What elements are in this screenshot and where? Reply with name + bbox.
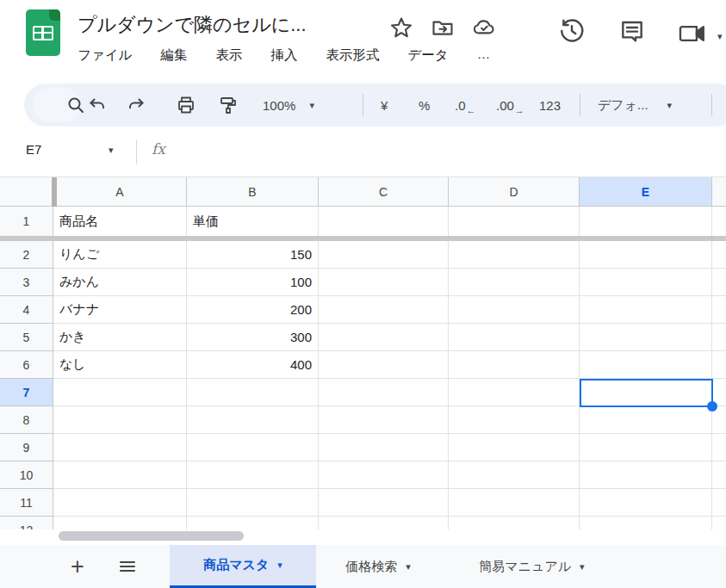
menu-insert[interactable]: 挿入 bbox=[270, 46, 297, 65]
cell-e5[interactable] bbox=[580, 324, 712, 351]
row-header-1[interactable]: 1 bbox=[0, 207, 53, 236]
cell-e11[interactable] bbox=[580, 489, 712, 517]
row-header-3[interactable]: 3 bbox=[0, 269, 53, 296]
tab-caret-icon[interactable]: ▾ bbox=[277, 560, 282, 571]
version-history-icon[interactable] bbox=[558, 17, 586, 45]
cell-d2[interactable] bbox=[449, 241, 580, 269]
paint-format-icon[interactable] bbox=[218, 95, 239, 115]
column-header-a[interactable]: A bbox=[53, 177, 187, 207]
cell-d5[interactable] bbox=[449, 324, 580, 351]
cell-f4[interactable] bbox=[712, 296, 726, 324]
undo-icon[interactable] bbox=[87, 95, 108, 115]
cell-a12[interactable] bbox=[53, 517, 187, 529]
cell-c12[interactable] bbox=[319, 517, 449, 529]
cloud-status-icon[interactable] bbox=[472, 15, 496, 40]
cell-c8[interactable] bbox=[319, 406, 449, 434]
cell-c4[interactable] bbox=[319, 296, 449, 324]
currency-format-button[interactable]: ¥ bbox=[381, 98, 388, 113]
cell-e9[interactable] bbox=[580, 434, 712, 461]
cell-d7[interactable] bbox=[449, 379, 580, 406]
zoom-select[interactable]: 100% ▾ bbox=[263, 98, 314, 113]
cell-a9[interactable] bbox=[53, 434, 187, 461]
cell-a2[interactable]: りんご bbox=[53, 241, 187, 269]
cell-e4[interactable] bbox=[580, 296, 712, 324]
cell-d10[interactable] bbox=[449, 461, 580, 489]
cell-a5[interactable]: かき bbox=[53, 324, 187, 351]
move-folder-icon[interactable] bbox=[431, 15, 455, 40]
cell-b6[interactable]: 400 bbox=[187, 351, 319, 379]
sheet-tab-shohin-master[interactable]: 商品マスタ ▾ bbox=[170, 545, 316, 588]
row-header-7[interactable]: 7 bbox=[0, 379, 53, 406]
cell-b7[interactable] bbox=[187, 379, 319, 406]
row-header-6[interactable]: 6 bbox=[0, 351, 53, 379]
menu-edit[interactable]: 編集 bbox=[160, 46, 187, 65]
cell-a1[interactable]: 商品名 bbox=[53, 207, 187, 236]
cell-f1[interactable] bbox=[712, 207, 726, 236]
cell-b4[interactable]: 200 bbox=[187, 296, 319, 324]
formula-input[interactable] bbox=[181, 140, 698, 164]
cell-d8[interactable] bbox=[449, 406, 580, 434]
cell-b9[interactable] bbox=[187, 434, 319, 461]
sheets-logo-icon[interactable] bbox=[26, 9, 60, 56]
menu-file[interactable]: ファイル bbox=[78, 46, 132, 65]
meet-video-icon[interactable] bbox=[679, 21, 708, 46]
column-header-f-partial[interactable] bbox=[712, 177, 726, 207]
cell-e12[interactable] bbox=[580, 517, 712, 529]
document-title[interactable]: プルダウンで隣のセルに... bbox=[78, 12, 307, 38]
cell-c11[interactable] bbox=[319, 489, 449, 517]
cell-f3[interactable] bbox=[712, 269, 726, 296]
cell-c6[interactable] bbox=[319, 351, 449, 379]
cell-c2[interactable] bbox=[319, 241, 449, 269]
cell-f5[interactable] bbox=[712, 324, 726, 351]
fill-handle[interactable] bbox=[707, 401, 717, 412]
cell-d1[interactable] bbox=[449, 207, 580, 236]
cell-b2[interactable]: 150 bbox=[187, 241, 319, 269]
meet-dropdown-caret[interactable]: ▾ bbox=[717, 28, 726, 52]
tab-caret-icon[interactable]: ▾ bbox=[406, 561, 411, 573]
cell-c9[interactable] bbox=[319, 434, 449, 461]
font-style-select[interactable]: デフォ... ▾ bbox=[598, 97, 672, 114]
cell-c3[interactable] bbox=[319, 269, 449, 296]
menu-format[interactable]: 表示形式 bbox=[326, 46, 379, 65]
menu-data[interactable]: データ bbox=[407, 46, 448, 65]
select-all-corner[interactable] bbox=[0, 177, 53, 207]
cell-b8[interactable] bbox=[187, 406, 319, 434]
decrease-decimal-button[interactable]: .0 ← bbox=[455, 98, 475, 113]
row-header-10[interactable]: 10 bbox=[0, 461, 53, 489]
number-format-button[interactable]: 123 bbox=[539, 98, 561, 113]
name-box[interactable]: E7 bbox=[26, 142, 41, 157]
cell-c10[interactable] bbox=[319, 461, 449, 489]
row-header-4[interactable]: 4 bbox=[0, 296, 53, 324]
redo-icon[interactable] bbox=[126, 95, 146, 115]
row-header-8[interactable]: 8 bbox=[0, 406, 53, 434]
frozen-column-handle[interactable] bbox=[52, 177, 57, 207]
cell-a4[interactable]: バナナ bbox=[53, 296, 187, 324]
column-header-c[interactable]: C bbox=[319, 177, 449, 207]
sheet-tab-kani-manual[interactable]: 簡易マニュアル ▾ bbox=[444, 545, 620, 588]
cell-c1[interactable] bbox=[319, 207, 449, 236]
row-header-12[interactable]: 12 bbox=[0, 517, 53, 529]
row-header-2[interactable]: 2 bbox=[0, 241, 53, 269]
cell-d4[interactable] bbox=[449, 296, 580, 324]
cell-e6[interactable] bbox=[580, 351, 712, 379]
cell-e8[interactable] bbox=[580, 406, 712, 434]
all-sheets-menu-icon[interactable] bbox=[112, 545, 143, 588]
cell-b1[interactable]: 単価 bbox=[187, 207, 319, 236]
add-sheet-button[interactable]: + bbox=[62, 545, 93, 588]
cell-a11[interactable] bbox=[53, 489, 187, 517]
row-header-9[interactable]: 9 bbox=[0, 434, 53, 461]
sheet-tab-kakaku-kensaku[interactable]: 価格検索 ▾ bbox=[319, 545, 437, 588]
cell-d6[interactable] bbox=[449, 351, 580, 379]
name-box-caret[interactable]: ▾ bbox=[109, 145, 114, 156]
column-header-e[interactable]: E bbox=[580, 177, 712, 207]
column-header-d[interactable]: D bbox=[449, 177, 580, 207]
cell-b11[interactable] bbox=[187, 489, 319, 517]
cell-b12[interactable] bbox=[187, 517, 319, 529]
cell-f2[interactable] bbox=[712, 241, 726, 269]
cell-e3[interactable] bbox=[580, 269, 712, 296]
cell-f12[interactable] bbox=[712, 517, 726, 529]
row-header-5[interactable]: 5 bbox=[0, 324, 53, 351]
cell-e10[interactable] bbox=[580, 461, 712, 489]
cell-b10[interactable] bbox=[187, 461, 319, 489]
cell-d9[interactable] bbox=[449, 434, 580, 461]
